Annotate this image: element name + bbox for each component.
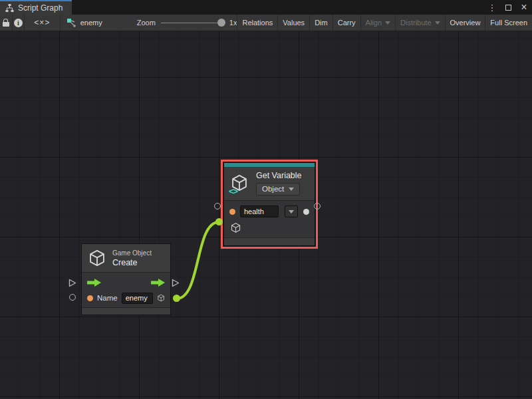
- values-label: Values: [283, 19, 305, 27]
- distribute-label: Distribute: [400, 19, 431, 27]
- variable-name-dropdown-button[interactable]: [285, 205, 298, 217]
- variable-kind-dropdown[interactable]: Object: [256, 183, 300, 196]
- value-output-dot[interactable]: [303, 209, 309, 215]
- relations-label: Relations: [242, 19, 273, 27]
- tab-title: Script Graph: [18, 3, 63, 13]
- create-node-footer: [82, 307, 170, 315]
- flow-in-port[interactable]: [68, 279, 76, 287]
- object-target-port-icon[interactable]: [230, 222, 241, 233]
- object-target-row: [224, 221, 315, 237]
- variable-name-input-dot[interactable]: [229, 209, 235, 215]
- get-variable-header: <> Get Variable Object: [224, 167, 315, 200]
- variable-name-field[interactable]: [240, 205, 279, 217]
- values-button[interactable]: Values: [277, 15, 309, 31]
- graph-hierarchy-icon: [5, 4, 14, 12]
- create-flow-row: [82, 273, 170, 291]
- create-node-category: Game Object: [112, 249, 152, 257]
- overview-button[interactable]: Overview: [445, 15, 485, 31]
- variable-name-row: [224, 201, 315, 221]
- create-node-title: Create: [112, 258, 138, 267]
- maximize-icon[interactable]: [503, 1, 513, 13]
- variable-name-input-port[interactable]: [214, 203, 221, 209]
- dim-button[interactable]: Dim: [309, 15, 332, 31]
- connection-wire[interactable]: [177, 222, 219, 299]
- zoom-slider-handle[interactable]: [217, 19, 225, 27]
- get-variable-titles: Get Variable Object: [256, 171, 302, 196]
- window-controls: ⋮ ×: [487, 0, 529, 15]
- game-object-cube-icon: [88, 249, 106, 267]
- align-button[interactable]: Align: [360, 15, 395, 31]
- get-variable-body: [224, 201, 315, 237]
- info-icon: i: [14, 19, 23, 27]
- wire-start-dot[interactable]: [173, 295, 180, 302]
- align-label: Align: [366, 19, 382, 27]
- toolbar-middle: enemy Zoom 1x: [61, 15, 237, 31]
- zoom-value: 1x: [229, 19, 237, 27]
- toolbar-buttons: Relations Values Dim Carry Align Distrib…: [237, 15, 532, 31]
- tab-script-graph[interactable]: Script Graph: [0, 0, 72, 15]
- close-icon[interactable]: ×: [519, 1, 529, 13]
- script-graph-asset-icon: [67, 19, 76, 27]
- value-output-port[interactable]: [314, 203, 321, 209]
- zoom-control: Zoom 1x: [137, 18, 237, 27]
- graph-toolbar: i <×> enemy Zoom 1x Relations Values Dim…: [0, 15, 532, 31]
- info-button[interactable]: i: [13, 15, 25, 31]
- variable-brackets-icon: <>: [229, 186, 237, 196]
- code-preview-button[interactable]: <×>: [25, 15, 61, 31]
- get-variable-title: Get Variable: [256, 171, 302, 180]
- distribute-button[interactable]: Distribute: [395, 15, 444, 31]
- full-screen-label: Full Screen: [490, 19, 527, 27]
- tab-strip: Script Graph ⋮ ×: [0, 0, 532, 15]
- zoom-slider[interactable]: [161, 18, 224, 27]
- graph-breadcrumb[interactable]: enemy: [67, 19, 102, 27]
- create-node-body: Name: [82, 273, 170, 307]
- get-variable-selection-outline: <> Get Variable Object: [221, 160, 318, 249]
- carry-button[interactable]: Carry: [332, 15, 360, 31]
- lock-button[interactable]: [0, 15, 13, 31]
- name-value-field[interactable]: [122, 293, 153, 304]
- game-object-output-icon[interactable]: [157, 292, 165, 304]
- create-game-object-node[interactable]: Game Object Create Name: [81, 243, 171, 315]
- chevron-down-icon: [289, 210, 294, 213]
- name-input-dot[interactable]: [87, 295, 93, 301]
- graph-name-label: enemy: [80, 19, 102, 27]
- get-variable-footer: [224, 237, 315, 245]
- flow-in-arrow-icon[interactable]: [87, 279, 101, 287]
- create-node-titles: Game Object Create: [112, 249, 152, 267]
- wire-end-dot[interactable]: [215, 218, 223, 225]
- get-variable-icon: <>: [230, 174, 250, 194]
- create-node-header: Game Object Create: [82, 244, 170, 272]
- get-variable-node[interactable]: <> Get Variable Object: [223, 162, 315, 246]
- create-name-row: Name: [82, 291, 170, 307]
- full-screen-button[interactable]: Full Screen: [485, 15, 532, 31]
- lock-icon: [3, 19, 9, 27]
- zoom-slider-track[interactable]: [161, 23, 224, 24]
- zoom-label: Zoom: [137, 19, 156, 27]
- overview-label: Overview: [450, 19, 481, 27]
- name-port-label: Name: [97, 294, 118, 302]
- chevron-down-icon: [385, 21, 390, 25]
- carry-label: Carry: [338, 19, 356, 27]
- window-menu-icon[interactable]: ⋮: [487, 1, 497, 13]
- flow-out-arrow-icon[interactable]: [151, 279, 165, 287]
- chevron-down-icon: [289, 188, 294, 191]
- flow-out-port[interactable]: [172, 279, 180, 287]
- code-icon: <×>: [34, 18, 50, 27]
- graph-canvas[interactable]: Game Object Create Name: [0, 31, 532, 399]
- dim-label: Dim: [315, 19, 328, 27]
- relations-button[interactable]: Relations: [237, 15, 277, 31]
- maximize-box: [505, 5, 511, 11]
- variable-kind-value: Object: [262, 185, 284, 193]
- chevron-down-icon: [435, 21, 440, 25]
- name-input-port[interactable]: [69, 294, 76, 301]
